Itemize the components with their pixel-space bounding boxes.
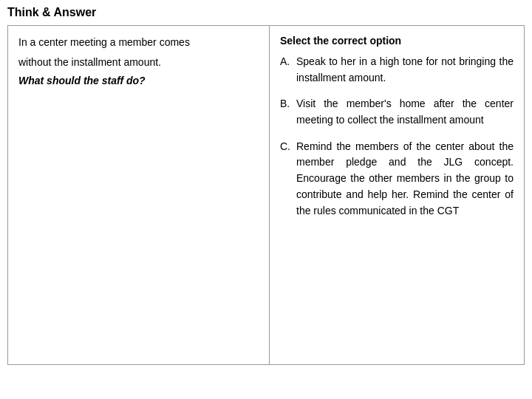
- option-b-text: Visit the member's home after the center…: [296, 96, 514, 128]
- option-b: B. Visit the member's home after the cen…: [280, 96, 514, 128]
- left-panel: In a center meeting a member comes witho…: [7, 25, 270, 365]
- option-c-text: Remind the members of the center about t…: [296, 139, 514, 219]
- option-a-text: Speak to her in a high tone for not brin…: [296, 54, 514, 86]
- page-title: Think & Answer: [0, 0, 532, 25]
- option-c-letter: C.: [280, 139, 296, 219]
- question-text: What should the staff do?: [18, 75, 259, 86]
- right-panel: Select the correct option A. Speak to he…: [270, 25, 525, 365]
- option-c: C. Remind the members of the center abou…: [280, 139, 514, 219]
- option-a: A. Speak to her in a high tone for not b…: [280, 54, 514, 86]
- scenario-line2: without the installment amount.: [18, 55, 259, 70]
- scenario-line1: In a center meeting a member comes: [18, 35, 259, 50]
- select-header: Select the correct option: [280, 35, 514, 47]
- option-a-letter: A.: [280, 54, 296, 86]
- option-b-letter: B.: [280, 96, 296, 128]
